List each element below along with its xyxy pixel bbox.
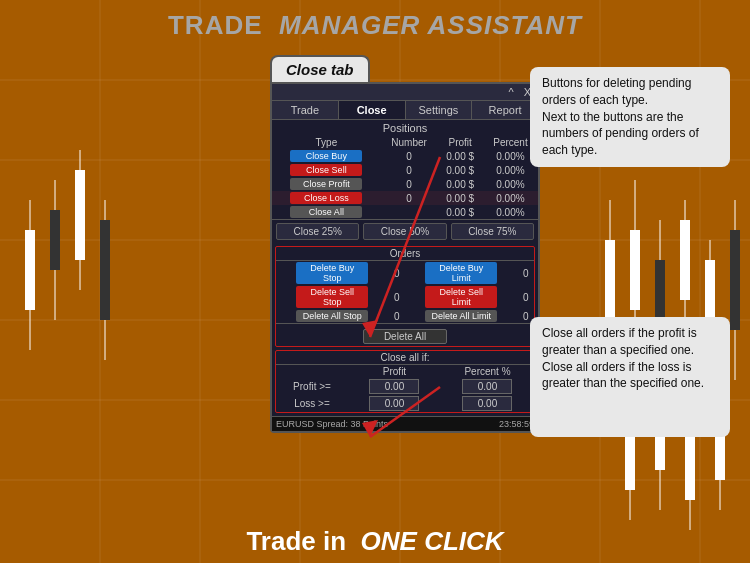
- close-all-table: Profit Percent % Profit >= Loss >=: [276, 365, 534, 412]
- status-bar: EURUSD Spread: 38 Points 23:58:59: [272, 416, 538, 431]
- delete-sell-limit-num: 0: [517, 285, 534, 309]
- delete-buy-limit-button[interactable]: Delete Buy Limit: [425, 262, 497, 284]
- close-loss-profit: 0.00 $: [437, 191, 483, 205]
- close-all-number: [381, 205, 438, 219]
- close-50-button[interactable]: Close 50%: [363, 223, 446, 240]
- delete-all-stop-button[interactable]: Delete All Stop: [296, 310, 368, 322]
- close-loss-percent: 0.00%: [483, 191, 538, 205]
- close-all-col-profit: Profit: [348, 365, 441, 378]
- table-row: Delete Sell Stop 0 Delete Sell Limit 0: [276, 285, 534, 309]
- table-row: Loss >=: [276, 395, 534, 412]
- orders-header: Orders: [276, 247, 534, 261]
- profit-gte-percent-input[interactable]: [462, 379, 512, 394]
- close-buy-button[interactable]: Close Buy: [290, 150, 362, 162]
- profit-gte-label: Profit >=: [276, 378, 348, 395]
- col-number: Number: [381, 136, 438, 149]
- panel-titlebar: ^ X: [272, 84, 538, 101]
- delete-sell-stop-num: 0: [388, 285, 405, 309]
- close-all-section: Close all if: Profit Percent % Profit >=: [275, 350, 535, 413]
- loss-gte-profit-input[interactable]: [369, 396, 419, 411]
- close-all-percent: 0.00%: [483, 205, 538, 219]
- footer-part1: Trade in: [246, 526, 346, 556]
- close-all-col-label: [276, 365, 348, 378]
- tab-row: Trade Close Settings Report: [272, 101, 538, 120]
- orders-section: Orders Delete Buy Stop 0 Delete Buy Limi…: [275, 246, 535, 347]
- close-profit-button[interactable]: Close Profit: [290, 178, 362, 190]
- delete-sell-stop-button[interactable]: Delete Sell Stop: [296, 286, 368, 308]
- orders-table: Delete Buy Stop 0 Delete Buy Limit 0 Del…: [276, 261, 534, 323]
- close-profit-number: 0: [381, 177, 438, 191]
- table-row: Delete Buy Stop 0 Delete Buy Limit 0: [276, 261, 534, 285]
- delete-all-limit-button[interactable]: Delete All Limit: [425, 310, 497, 322]
- delete-buy-stop-button[interactable]: Delete Buy Stop: [296, 262, 368, 284]
- close-buy-profit: 0.00 $: [437, 149, 483, 163]
- footer-part2: ONE CLICK: [361, 526, 504, 556]
- close-percent-row: Close 25% Close 50% Close 75%: [272, 219, 538, 243]
- delete-buy-limit-num: 0: [517, 261, 534, 285]
- status-spread: EURUSD Spread: 38 Points: [276, 419, 388, 429]
- close-loss-number: 0: [381, 191, 438, 205]
- table-row: Close Sell 0 0.00 $ 0.00%: [272, 163, 538, 177]
- close-all-profit: 0.00 $: [437, 205, 483, 219]
- close-sell-profit: 0.00 $: [437, 163, 483, 177]
- tab-report[interactable]: Report: [472, 101, 538, 119]
- close-all-header: Close all if:: [276, 351, 534, 365]
- table-row: Close Loss 0 0.00 $ 0.00%: [272, 191, 538, 205]
- table-row: Close Profit 0 0.00 $ 0.00%: [272, 177, 538, 191]
- close-25-button[interactable]: Close 25%: [276, 223, 359, 240]
- positions-table: Type Number Profit Percent Close Buy 0 0…: [272, 136, 538, 219]
- col-type: Type: [272, 136, 381, 149]
- close-loss-button[interactable]: Close Loss: [290, 192, 362, 204]
- callout-bottom-text: Close all orders if the profit is greate…: [542, 326, 704, 390]
- tab-close[interactable]: Close: [339, 101, 406, 119]
- delete-buy-stop-num: 0: [388, 261, 405, 285]
- close-profit-percent: 0.00%: [483, 177, 538, 191]
- table-row: Close Buy 0 0.00 $ 0.00%: [272, 149, 538, 163]
- close-buy-number: 0: [381, 149, 438, 163]
- close-sell-percent: 0.00%: [483, 163, 538, 177]
- callout-top-text: Buttons for deleting pending orders of e…: [542, 76, 699, 157]
- close-sell-button[interactable]: Close Sell: [290, 164, 362, 176]
- page-footer: Trade in ONE CLICK: [0, 526, 750, 557]
- loss-gte-percent-input[interactable]: [462, 396, 512, 411]
- panel-wrapper: Close tab ^ X Trade Close Settings Repor…: [270, 55, 540, 433]
- table-row: Profit >=: [276, 378, 534, 395]
- delete-sell-limit-button[interactable]: Delete Sell Limit: [425, 286, 497, 308]
- tab-settings[interactable]: Settings: [406, 101, 473, 119]
- loss-gte-label: Loss >=: [276, 395, 348, 412]
- status-time: 23:58:59: [499, 419, 534, 429]
- close-tab-label: Close tab: [270, 55, 370, 82]
- col-profit: Profit: [437, 136, 483, 149]
- delete-all-button[interactable]: Delete All: [363, 329, 447, 344]
- minimize-button[interactable]: ^: [505, 86, 516, 98]
- callout-bottom: Close all orders if the profit is greate…: [530, 317, 730, 437]
- profit-gte-profit-input[interactable]: [369, 379, 419, 394]
- close-sell-number: 0: [381, 163, 438, 177]
- table-row: Close All 0.00 $ 0.00%: [272, 205, 538, 219]
- tab-trade[interactable]: Trade: [272, 101, 339, 119]
- callout-top: Buttons for deleting pending orders of e…: [530, 67, 730, 167]
- table-row: Delete All Stop 0 Delete All Limit 0: [276, 309, 534, 323]
- delete-all-stop-num: 0: [388, 309, 405, 323]
- close-all-button[interactable]: Close All: [290, 206, 362, 218]
- trade-panel: ^ X Trade Close Settings Report Position…: [270, 82, 540, 433]
- close-75-button[interactable]: Close 75%: [451, 223, 534, 240]
- positions-header: Positions: [272, 120, 538, 136]
- delete-all-row: Delete All: [276, 323, 534, 346]
- close-profit-profit: 0.00 $: [437, 177, 483, 191]
- close-all-col-percent: Percent %: [441, 365, 534, 378]
